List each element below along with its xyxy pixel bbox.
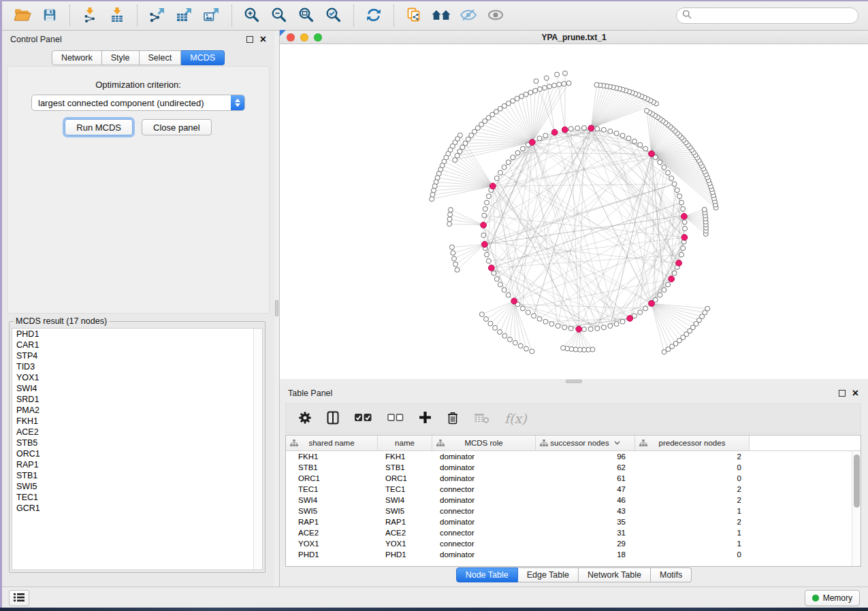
mcds-result-item[interactable]: SRD1	[12, 394, 262, 405]
table-cell[interactable]: RAP1	[378, 518, 432, 526]
mcds-result-item[interactable]: PMA2	[12, 405, 262, 416]
table-cell[interactable]: connector	[432, 540, 536, 548]
table-cell[interactable]: dominator	[432, 550, 536, 559]
table-cell[interactable]: connector	[432, 507, 536, 515]
table-cell[interactable]: connector	[432, 529, 536, 537]
splitter-grip[interactable]	[566, 380, 582, 383]
column-header-mcds-role[interactable]: MCDS role	[432, 435, 536, 450]
save-session-button[interactable]	[36, 3, 63, 29]
show-all-button[interactable]	[482, 3, 509, 29]
network-graph-svg[interactable]	[280, 44, 868, 379]
table-cell[interactable]: PHD1	[286, 550, 378, 559]
table-scrollbar[interactable]	[852, 451, 861, 566]
copy-network-button[interactable]	[400, 3, 428, 29]
refresh-button[interactable]	[360, 3, 387, 29]
table-cell[interactable]: YOX1	[378, 540, 432, 548]
import-network-button[interactable]	[76, 3, 103, 29]
table-row[interactable]: SWI4SWI4dominator462	[286, 495, 861, 506]
table-cell[interactable]: 62	[536, 463, 635, 472]
table-cell[interactable]: ACE2	[286, 529, 378, 537]
horizontal-splitter[interactable]	[280, 379, 868, 384]
table-cell[interactable]: 2	[635, 518, 750, 526]
table-cell[interactable]: ORC1	[286, 474, 378, 482]
tab-network[interactable]: Network	[52, 50, 102, 65]
close-panel-button[interactable]: Close panel	[142, 119, 212, 135]
zoom-fit-button[interactable]	[293, 3, 320, 29]
table-row[interactable]: PHD1PHD1dominator180	[286, 549, 861, 560]
table-cell[interactable]: 35	[536, 518, 635, 526]
table-cell[interactable]: PHD1	[378, 550, 432, 559]
close-panel-icon[interactable]: ×	[852, 390, 858, 397]
table-cell[interactable]: 31	[536, 529, 635, 537]
mcds-result-item[interactable]: STB1	[12, 470, 262, 481]
table-row[interactable]: FKH1FKH1dominator962	[286, 451, 861, 462]
mcds-result-item[interactable]: SWI4	[12, 383, 262, 394]
table-cell[interactable]: 96	[536, 452, 635, 461]
table-cell[interactable]: FKH1	[378, 452, 432, 461]
table-cell[interactable]: 18	[536, 550, 635, 559]
table-cell[interactable]: STB1	[378, 463, 432, 472]
table-cell[interactable]: 43	[536, 507, 635, 515]
column-header-name[interactable]: name	[378, 435, 432, 450]
column-header-successor-nodes[interactable]: successor nodes	[536, 435, 635, 450]
table-row[interactable]: STB1STB1dominator620	[286, 462, 861, 473]
tab-edge-table[interactable]: Edge Table	[518, 567, 579, 582]
deselect-all-columns-button[interactable]	[387, 414, 404, 424]
table-cell[interactable]: 2	[635, 496, 750, 504]
show-panel-menu-button[interactable]	[9, 590, 29, 606]
mcds-result-item[interactable]: YOX1	[12, 372, 262, 383]
table-row[interactable]: TEC1TEC1connector472	[286, 484, 861, 495]
table-cell[interactable]: SWI4	[286, 496, 378, 504]
mcds-result-item[interactable]: RAP1	[12, 459, 262, 470]
table-cell[interactable]: 1	[635, 529, 750, 537]
table-cell[interactable]: SWI5	[378, 507, 432, 515]
optimization-criterion-dropdown[interactable]: largest connected component (undirected)	[31, 95, 245, 111]
table-cell[interactable]: ACE2	[378, 529, 432, 537]
first-neighbors-button[interactable]	[428, 3, 455, 29]
table-cell[interactable]: 0	[635, 550, 750, 559]
tab-node-table[interactable]: Node Table	[456, 567, 518, 582]
tab-network-table[interactable]: Network Table	[579, 567, 651, 582]
delete-table-button[interactable]	[474, 412, 489, 425]
table-cell[interactable]: 1	[635, 507, 750, 515]
mcds-result-item[interactable]: TEC1	[12, 492, 262, 503]
table-cell[interactable]: TEC1	[286, 485, 378, 493]
splitter-grip[interactable]	[275, 300, 278, 316]
tab-motifs[interactable]: Motifs	[651, 567, 692, 582]
table-cell[interactable]: connector	[432, 485, 536, 493]
table-cell[interactable]: dominator	[432, 452, 536, 461]
zoom-selected-button[interactable]	[320, 3, 347, 29]
add-column-button[interactable]	[419, 411, 432, 426]
column-header-shared-name[interactable]: shared name	[286, 435, 378, 450]
table-cell[interactable]: dominator	[432, 518, 536, 526]
table-cell[interactable]: 46	[536, 496, 635, 504]
mcds-result-item[interactable]: PHD1	[12, 329, 262, 340]
table-row[interactable]: YOX1YOX1connector291	[286, 538, 861, 549]
float-panel-icon[interactable]	[839, 390, 846, 397]
export-network-button[interactable]	[144, 3, 171, 29]
export-image-button[interactable]	[198, 3, 225, 29]
table-cell[interactable]: FKH1	[286, 452, 378, 461]
table-row[interactable]: ORC1ORC1dominator610	[286, 473, 861, 484]
close-panel-icon[interactable]: ×	[260, 36, 266, 43]
memory-button[interactable]: Memory	[805, 590, 860, 606]
mcds-result-scrollbar[interactable]	[253, 329, 262, 569]
table-cell[interactable]: 2	[635, 452, 750, 461]
column-header-predecessor-nodes[interactable]: predecessor nodes	[635, 435, 750, 450]
mcds-result-item[interactable]: STB5	[12, 437, 262, 448]
network-view[interactable]	[280, 44, 868, 379]
float-panel-icon[interactable]	[246, 36, 253, 43]
table-cell[interactable]: 47	[536, 485, 635, 493]
table-row[interactable]: SWI5SWI5connector431	[286, 506, 861, 516]
table-cell[interactable]: dominator	[432, 474, 536, 482]
scrollbar-thumb[interactable]	[854, 455, 860, 508]
mcds-result-item[interactable]: FKH1	[12, 416, 262, 427]
tab-style[interactable]: Style	[102, 50, 140, 65]
mcds-result-item[interactable]: SWI5	[12, 481, 262, 492]
mcds-result-item[interactable]: CAR1	[12, 340, 262, 350]
column-layout-button[interactable]	[327, 411, 339, 427]
table-cell[interactable]: 0	[635, 463, 750, 472]
zoom-in-button[interactable]	[238, 3, 266, 29]
table-cell[interactable]: RAP1	[286, 518, 378, 526]
tab-select[interactable]: Select	[140, 50, 182, 65]
